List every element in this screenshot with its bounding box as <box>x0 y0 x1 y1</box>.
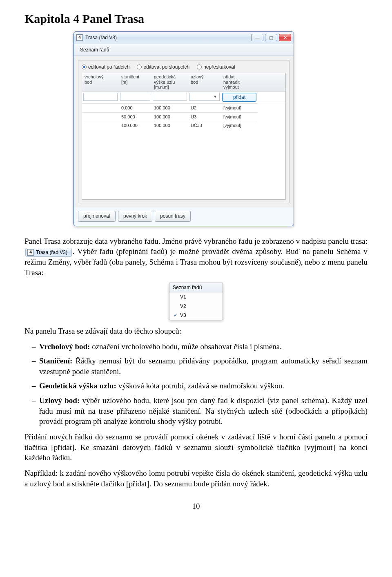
cell-vyska: 100.000 <box>151 103 188 112</box>
row-remove-button[interactable]: [vyjmout] <box>221 121 258 130</box>
dropdown-header[interactable]: Seznam řadů <box>169 283 223 292</box>
window-trasa: 4 Trasa (řad V3) — ▢ ✕ Seznam řadů edito… <box>74 31 294 226</box>
paragraph-2: Na panelu Trasa se zdávají data do těcht… <box>24 326 368 336</box>
maximize-button[interactable]: ▢ <box>265 34 277 41</box>
chapter-heading: Kapitola 4 Panel Trasa <box>24 11 368 27</box>
input-staniceni[interactable] <box>120 93 150 101</box>
radio-icon <box>82 65 87 69</box>
column-description-list: Vrcholový bod: označení vrcholového bodu… <box>24 341 368 427</box>
edit-group: editovat po řádcích editovat po sloupcíc… <box>78 60 290 204</box>
list-item: Staničení: Řádky nemusí být do seznamu p… <box>24 356 368 376</box>
dropdown-option[interactable]: V1 <box>169 292 223 301</box>
table-row: 0.000 100.000 U2 [vyjmout] <box>82 103 285 112</box>
cell-uzl: U2 <box>188 103 221 112</box>
radio-label: editovat po sloupcích <box>143 64 189 70</box>
add-button[interactable]: přidat <box>222 93 256 102</box>
cell-staniceni: 0.000 <box>119 103 151 112</box>
cell-vyska: 100.000 <box>151 112 188 121</box>
bottom-buttons: přejmenovat pevný krok posun trasy <box>74 207 294 225</box>
input-geodeticka-vyska[interactable] <box>153 93 187 101</box>
window-title: Trasa (řad V3) <box>85 34 251 41</box>
rename-button[interactable]: přejmenovat <box>78 211 116 221</box>
radio-icon <box>137 65 142 69</box>
cell-vyska: 100.000 <box>151 121 188 130</box>
radio-icon <box>197 65 202 69</box>
radio-no-skip[interactable]: nepřeskakovat <box>197 64 235 70</box>
col-staniceni: staničení[m] <box>119 73 151 91</box>
grid-header: vrcholovýbod staničení[m] geodetickávýšk… <box>82 73 285 91</box>
minimize-button[interactable]: — <box>251 34 263 41</box>
table-row: 50.000 100.000 U3 [vyjmout] <box>82 112 285 121</box>
cell-uzl: U3 <box>188 112 221 121</box>
row-remove-button[interactable]: [vyjmout] <box>221 103 258 112</box>
input-vrcholovy-bod[interactable] <box>83 93 118 101</box>
window-titlebar: 4 Trasa (řad V3) — ▢ ✕ <box>74 32 294 44</box>
paragraph-1: Panel Trasa zobrazuje data vybraného řad… <box>24 236 368 278</box>
close-button[interactable]: ✕ <box>279 34 291 41</box>
radio-label: nepřeskakovat <box>203 64 235 70</box>
dropdown-option[interactable]: ✓ V3 <box>169 311 223 320</box>
menubar: Seznam řadů <box>74 44 294 56</box>
cell-staniceni: 100.000 <box>119 121 151 130</box>
col-vrcholovy-bod: vrcholovýbod <box>82 73 119 91</box>
combo-uzlovy-bod[interactable]: ▼ <box>189 93 220 101</box>
shift-route-button[interactable]: posun trasy <box>155 211 191 221</box>
inline-title-badge: 4 Trasa (řad V3) <box>25 248 72 257</box>
list-item: Uzlový bod: výběr uzlového bodu, které j… <box>24 395 368 427</box>
row-remove-button[interactable]: [vyjmout] <box>221 112 258 121</box>
cell-staniceni: 50.000 <box>119 112 151 121</box>
radio-label: editovat po řádcích <box>88 64 129 70</box>
list-item: Geodetická výška uzlu: výšková kóta potr… <box>24 381 368 391</box>
paragraph-4: Například: k zadání nového výškového lom… <box>24 468 368 489</box>
cell-uzl: DČJ3 <box>188 121 221 130</box>
menu-seznam-radu[interactable]: Seznam řadů <box>77 45 112 54</box>
check-icon: ✓ <box>171 312 180 319</box>
dropdown-seznam-radu: Seznam řadů V1 V2 ✓ V3 <box>169 283 223 320</box>
radio-edit-rows[interactable]: editovat po řádcích <box>82 64 129 70</box>
fixed-step-button[interactable]: pevný krok <box>118 211 152 221</box>
chevron-down-icon: ▼ <box>212 94 218 100</box>
grid-input-row: ▼ přidat <box>82 91 285 103</box>
radio-edit-cols[interactable]: editovat po sloupcích <box>137 64 189 70</box>
dropdown-option[interactable]: V2 <box>169 302 223 311</box>
list-item: Vrcholový bod: označení vrcholového bodu… <box>24 341 368 352</box>
paragraph-3: Přidání nových řádků do seznamu se prová… <box>24 432 368 463</box>
page-number: 10 <box>24 501 368 512</box>
col-uzlovy-bod: uzlovýbod <box>188 73 221 91</box>
data-grid: vrcholovýbod staničení[m] geodetickávýšk… <box>82 73 286 200</box>
col-geodeticka-vyska: geodetickávýška uzlu[m.n.m] <box>151 73 188 91</box>
col-actions: přidatnahraditvyjmout <box>221 73 258 91</box>
app-icon: 4 <box>27 249 34 256</box>
app-icon: 4 <box>76 34 83 41</box>
table-row: 100.000 100.000 DČJ3 [vyjmout] <box>82 121 285 130</box>
